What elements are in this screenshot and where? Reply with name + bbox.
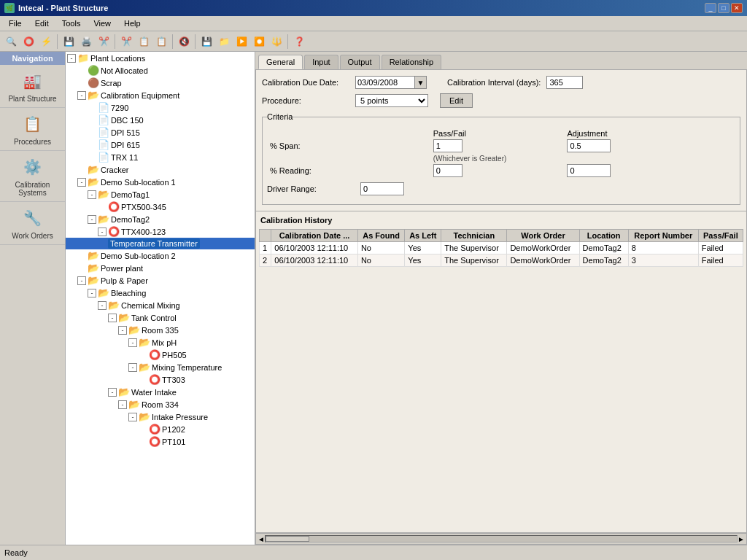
reading-adjustment-input[interactable]	[567, 164, 611, 177]
tree-node-temp-transmitter[interactable]: Temperature Transmitter	[66, 238, 255, 249]
calibration-due-date-input[interactable]	[356, 77, 414, 88]
menu-edit[interactable]: Edit	[29, 18, 55, 29]
tree-node-dpi615[interactable]: 📄DPI 615	[66, 139, 255, 151]
toolbar-btn-3[interactable]: ⚡	[38, 34, 54, 50]
expand-btn-plant-locations[interactable]: -	[67, 54, 76, 63]
tab-output[interactable]: Output	[340, 55, 380, 69]
toolbar-btn-9[interactable]: 📋	[153, 34, 169, 50]
tab-general[interactable]: General	[258, 55, 303, 69]
horizontal-scrollbar[interactable]: ◄ ►	[255, 533, 747, 545]
expand-btn-ttx400-123[interactable]: -	[98, 228, 107, 236]
toolbar-btn-15[interactable]: 🔱	[268, 34, 285, 50]
table-row[interactable]: 2 06/10/2003 12:11:10 No Yes The Supervi…	[260, 254, 743, 267]
toolbar-btn-11[interactable]: 💾	[198, 34, 214, 50]
tree-node-ph505[interactable]: ⭕PH505	[66, 349, 255, 361]
tree-node-demo-subloc1[interactable]: -📂Demo Sub-location 1	[66, 176, 255, 188]
expand-btn-room335[interactable]: -	[118, 326, 127, 335]
tab-relationship[interactable]: Relationship	[382, 55, 442, 69]
tree-node-not-allocated[interactable]: 🟢Not Allocated	[66, 64, 255, 77]
tree-node-ttx400-123[interactable]: -⭕TTX400-123	[66, 225, 255, 238]
tree-node-calibration-equipment[interactable]: -📂Calibration Equipment	[66, 89, 255, 101]
calendar-icon[interactable]: ▼	[414, 77, 426, 88]
toolbar-btn-14[interactable]: ⏺️	[251, 34, 267, 50]
toolbar-btn-7[interactable]: ✂️	[118, 34, 134, 50]
tree-node-scrap[interactable]: 🟤Scrap	[66, 77, 255, 89]
toolbar-btn-16[interactable]: ❓	[291, 34, 307, 50]
scroll-thumb[interactable]	[266, 536, 309, 542]
expand-btn-room334[interactable]: -	[118, 400, 127, 409]
tree-node-7290[interactable]: 📄7290	[66, 101, 255, 114]
span-adjustment-input[interactable]	[567, 139, 611, 152]
toolbar-btn-13[interactable]: ▶️	[233, 34, 249, 50]
close-button[interactable]: ✕	[731, 3, 743, 13]
expand-btn-water-intake[interactable]: -	[108, 388, 117, 397]
minimize-button[interactable]: _	[705, 3, 716, 13]
tree-node-ptx500-345[interactable]: ⭕PTX500-345	[66, 201, 255, 213]
expand-btn-bleaching[interactable]: -	[88, 289, 96, 298]
tree-node-chemical-mixing[interactable]: -📂Chemical Mixing	[66, 299, 255, 311]
reading-passfail-input[interactable]	[433, 164, 462, 177]
toolbar-btn-10[interactable]: 🔇	[176, 34, 192, 50]
toolbar-btn-12[interactable]: 📁	[216, 34, 232, 50]
tree-node-power-plant[interactable]: 📂Power plant	[66, 262, 255, 274]
expand-btn-demo-subloc1[interactable]: -	[77, 178, 86, 187]
maximize-button[interactable]: □	[718, 3, 729, 13]
expand-btn-tank-control[interactable]: -	[108, 314, 117, 322]
expand-btn-pulp-paper[interactable]: -	[77, 276, 86, 285]
toolbar-btn-6[interactable]: ✂️	[96, 34, 112, 50]
tree-node-plant-locations[interactable]: -📁Plant Locations	[66, 52, 255, 64]
tree-panel[interactable]: -📁Plant Locations🟢Not Allocated🟤Scrap-📂C…	[66, 52, 255, 545]
driver-range-input[interactable]	[360, 182, 404, 195]
tree-node-water-intake[interactable]: -📂Water Intake	[66, 386, 255, 398]
tree-node-demotag2[interactable]: -📂DemoTag2	[66, 213, 255, 225]
toolbar-btn-8[interactable]: 📋	[136, 34, 152, 50]
tree-node-demo-subloc2[interactable]: 📂Demo Sub-location 2	[66, 249, 255, 262]
tree-node-demotag1[interactable]: -📂DemoTag1	[66, 188, 255, 201]
window-controls[interactable]: _ □ ✕	[705, 3, 743, 13]
tree-node-pulp-paper[interactable]: -📂Pulp & Paper	[66, 274, 255, 287]
menu-tools[interactable]: Tools	[56, 18, 87, 29]
nav-item-plant-structure[interactable]: 🏭 Plant Structure	[0, 65, 65, 108]
nav-item-calibration-systems[interactable]: ⚙️ Calibration Systems	[0, 151, 65, 202]
expand-btn-demotag2[interactable]: -	[88, 215, 96, 224]
history-table-container[interactable]: Calibration Date ... As Found As Left Te…	[259, 229, 743, 529]
toolbar-btn-1[interactable]: 🔍	[3, 34, 19, 50]
tree-node-trx11[interactable]: 📄TRX 11	[66, 151, 255, 163]
tree-node-mixing-temp[interactable]: -📂Mixing Temperature	[66, 361, 255, 373]
tree-node-room335[interactable]: -📂Room 335	[66, 324, 255, 336]
menu-file[interactable]: File	[3, 18, 28, 29]
menu-help[interactable]: Help	[118, 18, 147, 29]
procedure-select[interactable]: 5 points 3 points 2 points	[355, 94, 428, 107]
nav-item-procedures[interactable]: 📋 Procedures	[0, 108, 65, 151]
tree-node-bleaching[interactable]: -📂Bleaching	[66, 287, 255, 299]
expand-btn-calibration-equipment[interactable]: -	[77, 91, 86, 100]
tree-node-dpi515[interactable]: 📄DPI 515	[66, 126, 255, 139]
scroll-left-btn[interactable]: ◄	[258, 535, 265, 543]
tree-node-cracker[interactable]: 📂Cracker	[66, 163, 255, 176]
toolbar-btn-4[interactable]: 💾	[61, 34, 77, 50]
tree-node-dbc150[interactable]: 📄DBC 150	[66, 114, 255, 126]
toolbar-btn-5[interactable]: 🖨️	[78, 34, 94, 50]
scroll-right-btn[interactable]: ►	[738, 535, 745, 543]
tree-node-room334[interactable]: -📂Room 334	[66, 398, 255, 411]
tree-node-tank-control[interactable]: -📂Tank Control	[66, 311, 255, 324]
tree-node-intake-pressure[interactable]: -📂Intake Pressure	[66, 411, 255, 423]
tab-input[interactable]: Input	[304, 55, 338, 69]
tabs[interactable]: General Input Output Relationship	[255, 52, 747, 69]
tree-node-p1202[interactable]: ⭕P1202	[66, 423, 255, 435]
toolbar-btn-2[interactable]: ⭕	[20, 34, 36, 50]
menu-view[interactable]: View	[88, 18, 117, 29]
calibration-interval-input[interactable]	[546, 76, 583, 89]
scroll-track[interactable]	[265, 535, 738, 542]
table-row[interactable]: 1 06/10/2003 12:11:10 No Yes The Supervi…	[260, 242, 743, 254]
nav-item-work-orders[interactable]: 🔧 Work Orders	[0, 202, 65, 245]
tree-node-tt303[interactable]: ⭕TT303	[66, 373, 255, 386]
expand-btn-chemical-mixing[interactable]: -	[98, 301, 107, 310]
tree-node-mix-ph[interactable]: -📂Mix pH	[66, 336, 255, 349]
expand-btn-demotag1[interactable]: -	[88, 190, 96, 199]
span-passfail-input[interactable]	[433, 139, 462, 152]
calibration-due-date-field[interactable]: ▼	[355, 76, 427, 89]
tree-node-pt101[interactable]: ⭕PT101	[66, 435, 255, 448]
expand-btn-intake-pressure[interactable]: -	[128, 413, 137, 421]
expand-btn-mix-ph[interactable]: -	[128, 338, 137, 347]
